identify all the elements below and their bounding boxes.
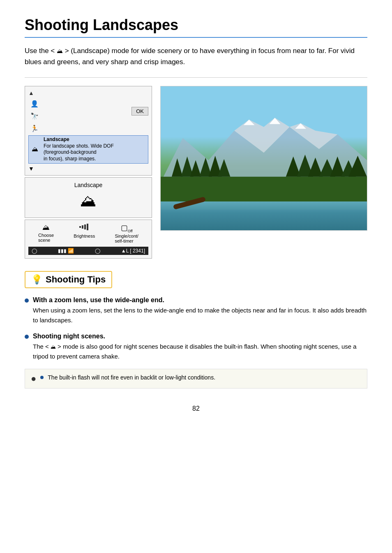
landscape-big-icon: ⛰ [29, 192, 148, 210]
status-icon-1: ◯ [32, 248, 37, 254]
mode-item-close: 🔭 [28, 111, 148, 121]
tips-section-icon: 💡 [31, 274, 42, 285]
landscape-desc: For landscape shots. Wide DOF(foreground… [44, 143, 114, 162]
svg-rect-0 [79, 226, 81, 228]
status-quality: ▲L [ 2341] [121, 248, 145, 254]
tips-section: 💡 Shooting Tips With a zoom lens, use th… [25, 271, 367, 389]
control-single-cont: ▢Off Single/cont/self-timer [115, 223, 138, 244]
single-cont-label: Single/cont/self-timer [115, 234, 138, 243]
mode-item-portrait: 👤 [28, 98, 148, 109]
tip-title-1: With a zoom lens, use the wide-angle end… [33, 296, 367, 304]
tip-body-1: When using a zoom lens, set the lens to … [33, 305, 367, 325]
control-choose-scene: ⛰ Choosescene [38, 223, 54, 244]
tips-list: With a zoom lens, use the wide-angle end… [25, 296, 367, 361]
warning-icon: ● [31, 373, 36, 384]
warning-bullet [40, 376, 44, 379]
mode-selector: ▲ 👤 🔭 🏃 ⛰ Landscape For landscape shots.… [25, 86, 152, 175]
svg-rect-1 [82, 225, 83, 229]
landscape-panel-label: Landscape [29, 182, 148, 188]
brightness-label: Brightness [74, 234, 95, 238]
svg-rect-3 [87, 224, 88, 230]
landscape-info: Landscape For landscape shots. Wide DOF(… [44, 137, 114, 162]
portrait-icon: 👤 [30, 99, 39, 108]
mode-item-sports: 🏃 [28, 123, 148, 134]
ok-button[interactable]: OK [131, 107, 148, 116]
choose-scene-label: Choosescene [38, 233, 54, 243]
svg-marker-15 [218, 159, 230, 177]
title-divider [25, 37, 367, 38]
mode-list: 👤 🔭 🏃 ⛰ Landscape For landscape shots. W… [28, 98, 148, 163]
warning-note: ● The built-in flash will not fire even … [25, 369, 367, 389]
svg-marker-22 [348, 156, 367, 177]
page-number: 82 [25, 405, 367, 412]
status-battery: ▮▮▮ 📶 [58, 248, 74, 254]
intro-paragraph: Use the < ⛰ > (Landscape) mode for wide … [25, 45, 367, 67]
warning-text: The built-in flash will not fire even in… [48, 373, 215, 382]
controls-row: ⛰ Choosescene Brightness ▢ [28, 223, 148, 244]
tip-item-1: With a zoom lens, use the wide-angle end… [25, 296, 367, 325]
landscape-photo-inner [161, 86, 367, 230]
status-bar: ◯ ▮▮▮ 📶 ◯ ▲L [ 2341] [28, 247, 148, 255]
landscape-name: Landscape [44, 137, 69, 142]
close-up-icon: 🔭 [30, 111, 39, 120]
tip-content-1: With a zoom lens, use the wide-angle end… [33, 296, 367, 325]
svg-rect-2 [84, 224, 86, 229]
page-title: Shooting Landscapes [25, 16, 367, 34]
water-reflection [161, 201, 367, 230]
landscape-mode-icon: ⛰ [30, 145, 39, 154]
image-section: ▲ 👤 🔭 🏃 ⛰ Landscape For landscape shots.… [25, 86, 367, 259]
mode-item-landscape: ⛰ Landscape For landscape shots. Wide DO… [28, 135, 148, 163]
svg-marker-10 [172, 158, 183, 177]
status-icon-2: ◯ [95, 248, 100, 254]
down-arrow: ▼ [28, 165, 148, 172]
sports-icon: 🏃 [30, 124, 39, 133]
single-cont-icon: ▢Off [121, 223, 133, 233]
tips-header: 💡 Shooting Tips [25, 271, 112, 288]
tip-bullet-1 [25, 298, 29, 303]
up-arrow: ▲ [28, 90, 148, 97]
tip-item-2: Shooting night scenes. The < ⛰ > mode is… [25, 333, 367, 361]
choose-scene-icon: ⛰ [42, 223, 50, 232]
content-divider [25, 77, 367, 78]
controls-panel: ⛰ Choosescene Brightness ▢ [25, 220, 152, 259]
brightness-icon [78, 223, 90, 233]
tip-title-2: Shooting night scenes. [33, 333, 367, 340]
control-brightness: Brightness [74, 223, 95, 244]
landscape-photo [160, 86, 367, 231]
tip-bullet-2 [25, 335, 29, 339]
tips-section-title: Shooting Tips [46, 274, 106, 285]
landscape-display-panel: Landscape ⛰ [25, 177, 152, 218]
tip-body-2: The < ⛰ > mode is also good for night sc… [33, 342, 367, 361]
svg-marker-12 [190, 160, 201, 176]
tip-content-2: Shooting night scenes. The < ⛰ > mode is… [33, 333, 367, 361]
camera-panel: ▲ 👤 🔭 🏃 ⛰ Landscape For landscape shots.… [25, 86, 152, 259]
